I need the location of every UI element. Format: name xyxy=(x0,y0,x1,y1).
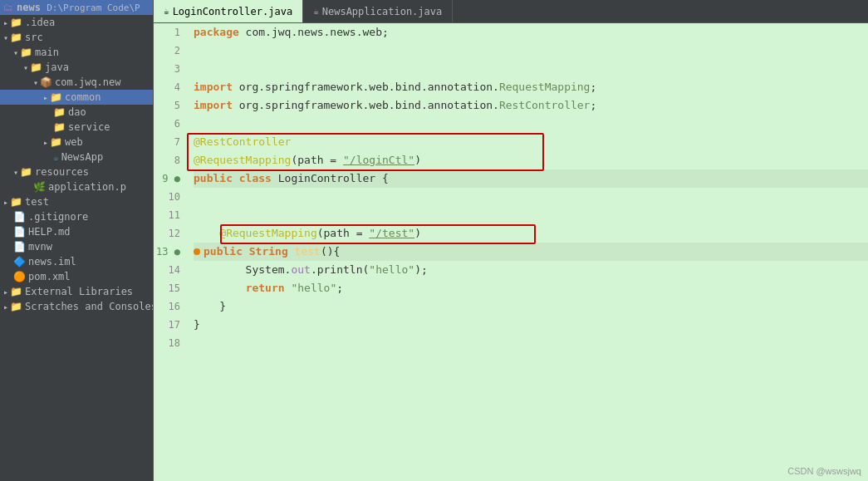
sidebar-label-idea: .idea xyxy=(25,17,55,28)
arrow-icon xyxy=(43,138,48,147)
sidebar-label-web: web xyxy=(65,136,83,148)
folder-icon: 📁 xyxy=(10,17,22,28)
code-line-12: @RequestMapping (path = "/test" ) xyxy=(194,224,868,243)
folder-icon: 📁 xyxy=(20,47,32,58)
code-line-6 xyxy=(194,115,868,133)
code-line-5: import org.springframework.web.bind.anno… xyxy=(194,96,868,115)
code-line-8: @RequestMapping (path = "/loginCtl" ) xyxy=(194,151,868,169)
file-icon: 📄 xyxy=(13,241,26,253)
sidebar-label-gitignore: .gitignore xyxy=(28,211,88,223)
sidebar-item-package[interactable]: 📦 com.jwq.new xyxy=(0,75,153,90)
folder-icon: 📁 xyxy=(50,91,62,103)
java-tab-icon: ☕ xyxy=(164,6,169,17)
code-line-18 xyxy=(194,334,868,352)
sidebar-item-dao[interactable]: 📁 dao xyxy=(0,105,153,120)
sidebar-label-java: java xyxy=(45,61,69,73)
tab-newsapplication[interactable]: ☕ NewsApplication.java xyxy=(303,0,453,22)
sidebar-label-package: com.jwq.new xyxy=(55,76,120,88)
sidebar-item-scratches[interactable]: 📁 Scratches and Consoles xyxy=(0,299,153,314)
folder-icon: 📦 xyxy=(40,76,52,88)
arrow-icon xyxy=(43,93,48,102)
arrow-icon xyxy=(3,287,8,297)
arrow-icon xyxy=(3,302,8,312)
folder-icon: 📁 xyxy=(10,286,22,297)
code-area: 1 2 3 4 5 6 7 8 9 ● 10 11 12 13 ● 14 15 … xyxy=(154,23,868,481)
sidebar-label-newsapp: NewsApp xyxy=(61,151,104,163)
sidebar-label-pomxml: pom.xml xyxy=(28,271,71,282)
sidebar-item-main[interactable]: 📁 main xyxy=(0,45,153,60)
arrow-icon xyxy=(13,168,18,177)
sidebar-label-common: common xyxy=(65,91,101,103)
sidebar-label-src: src xyxy=(25,32,43,43)
code-wrapper: package com.jwq.news.news.web; import or… xyxy=(187,23,868,481)
main-area: ☕ LoginController.java ☕ NewsApplication… xyxy=(154,0,868,481)
file-icon: 📄 xyxy=(13,211,26,223)
sidebar-item-helpmd[interactable]: 📄 HELP.md xyxy=(0,224,153,239)
sidebar-label-newsiml: news.iml xyxy=(28,256,76,267)
code-line-16: } xyxy=(194,297,868,316)
sidebar-label-extlibs: External Libraries xyxy=(25,286,133,297)
sidebar-item-idea[interactable]: 📁 .idea xyxy=(0,15,153,30)
sidebar-title-text: news D:\Program Code\P xyxy=(17,2,140,13)
file-icon: 📄 xyxy=(13,226,26,238)
tab-label-news: NewsApplication.java xyxy=(322,6,443,17)
code-line-15: return "hello" ; xyxy=(194,279,868,297)
watermark: CSDN @wswsjwq xyxy=(787,466,861,476)
folder-icon: 📁 xyxy=(10,196,22,208)
sidebar-item-test[interactable]: 📁 test xyxy=(0,194,153,209)
sidebar-item-service[interactable]: 📁 service xyxy=(0,120,153,135)
project-icon: 🗂 xyxy=(3,2,13,13)
sidebar-title: 🗂 news D:\Program Code\P xyxy=(0,0,153,15)
sidebar-label-helpmd: HELP.md xyxy=(28,226,71,238)
java-tab-icon2: ☕ xyxy=(313,6,319,17)
folder-icon: 📁 xyxy=(53,121,66,133)
sidebar-item-resources[interactable]: 📁 resources xyxy=(0,164,153,179)
sidebar-item-newsiml[interactable]: 🔷 news.iml xyxy=(0,254,153,269)
sidebar-item-src[interactable]: 📁 src xyxy=(0,30,153,45)
sidebar-item-extlibs[interactable]: 📁 External Libraries xyxy=(0,284,153,299)
arrow-icon xyxy=(13,48,18,57)
sidebar-label-resources: resources xyxy=(35,166,89,178)
sidebar-item-pomxml[interactable]: 🟠 pom.xml xyxy=(0,269,153,284)
code-content: package com.jwq.news.news.web; import or… xyxy=(187,23,868,352)
folder-icon: 📁 xyxy=(53,106,66,118)
tab-bar: ☕ LoginController.java ☕ NewsApplication… xyxy=(154,0,868,23)
sidebar-label-dao: dao xyxy=(68,106,86,118)
sidebar-label-service: service xyxy=(68,121,110,133)
props-icon: 🌿 xyxy=(33,181,46,193)
tab-logincontroller[interactable]: ☕ LoginController.java xyxy=(154,0,303,22)
folder-icon: 📁 xyxy=(30,61,42,73)
sidebar-item-mvnw[interactable]: 📄 mvnw xyxy=(0,239,153,254)
folder-icon: 📁 xyxy=(10,301,22,312)
sidebar-label-test: test xyxy=(25,196,49,208)
arrow-icon xyxy=(3,18,8,27)
sidebar-item-java[interactable]: 📁 java xyxy=(0,60,153,75)
code-line-4: import org.springframework.web.bind.anno… xyxy=(194,78,868,96)
sidebar: 🗂 news D:\Program Code\P 📁 .idea 📁 src 📁… xyxy=(0,0,154,481)
sidebar-label-scratches: Scratches and Consoles xyxy=(25,301,154,312)
code-line-10 xyxy=(194,188,868,206)
code-line-3 xyxy=(194,60,868,78)
xml-icon: 🟠 xyxy=(13,271,26,282)
breakpoint-icon xyxy=(194,248,200,255)
sidebar-label-main: main xyxy=(35,47,59,58)
sidebar-item-gitignore[interactable]: 📄 .gitignore xyxy=(0,209,153,224)
arrow-icon xyxy=(33,78,38,87)
line-numbers: 1 2 3 4 5 6 7 8 9 ● 10 11 12 13 ● 14 15 … xyxy=(154,23,187,481)
file-icon: 🔷 xyxy=(13,256,26,267)
sidebar-label-application: application.p xyxy=(48,181,126,193)
folder-icon: 📁 xyxy=(10,32,22,43)
arrow-icon xyxy=(3,198,8,207)
arrow-icon xyxy=(23,63,28,72)
sidebar-item-common[interactable]: 📁 common xyxy=(0,90,153,105)
code-line-17: } xyxy=(194,316,868,334)
sidebar-item-newsapp[interactable]: ☕ NewsApp xyxy=(0,150,153,164)
code-line-9: public class LoginController { xyxy=(194,169,868,188)
code-line-7: @RestController xyxy=(194,133,868,151)
sidebar-item-web[interactable]: 📁 web xyxy=(0,135,153,150)
sidebar-item-application[interactable]: 🌿 application.p xyxy=(0,179,153,194)
arrow-icon xyxy=(3,33,8,42)
code-line-14: System. out .println( "hello" ); xyxy=(194,261,868,279)
folder-icon: 📁 xyxy=(20,166,32,178)
folder-icon: 📁 xyxy=(50,136,62,148)
